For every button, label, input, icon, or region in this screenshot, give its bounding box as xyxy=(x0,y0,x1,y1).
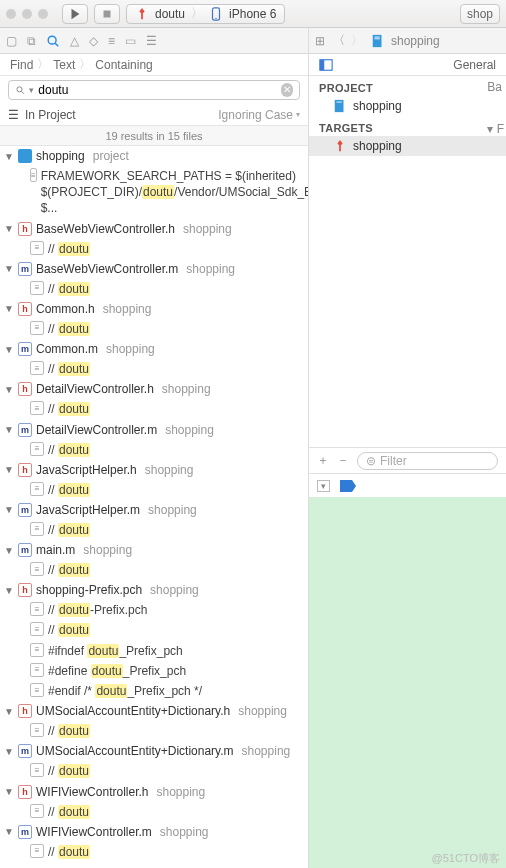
close-dot[interactable] xyxy=(6,9,16,19)
result-project: shopping xyxy=(156,785,205,799)
clear-search-icon[interactable]: ✕ xyxy=(281,83,293,97)
project-file-icon xyxy=(371,34,385,48)
svg-rect-11 xyxy=(375,36,380,37)
result-line[interactable]: ≡// doutu xyxy=(0,319,308,339)
disclosure-triangle-icon[interactable]: ▼ xyxy=(4,826,14,837)
result-text: // doutu xyxy=(48,562,302,578)
scope-list-icon[interactable]: ☰ xyxy=(8,108,19,122)
disclosure-triangle-icon[interactable]: ▼ xyxy=(4,545,14,556)
nav-symbol-icon[interactable]: ⧉ xyxy=(27,34,36,48)
disclosure-triangle-icon[interactable]: ▼ xyxy=(4,786,14,797)
result-line[interactable]: ≡FRAMEWORK_SEARCH_PATHS = $(inherited) $… xyxy=(0,166,308,219)
disclosure-triangle-icon[interactable]: ▼ xyxy=(4,585,14,596)
result-group[interactable]: ▼mCommon.mshopping xyxy=(0,339,308,359)
result-line[interactable]: ≡// doutu xyxy=(0,480,308,500)
result-line[interactable]: ≡// doutu xyxy=(0,279,308,299)
disclosure-triangle-icon[interactable]: ▼ xyxy=(4,464,14,475)
sidebar-toggle-icon[interactable] xyxy=(319,58,333,72)
disclosure-triangle-icon[interactable]: ▼ xyxy=(4,424,14,435)
result-line[interactable]: ≡// doutu xyxy=(0,520,308,540)
match-case-menu[interactable]: Ignoring Case ▾ xyxy=(218,108,300,122)
result-line[interactable]: ≡// doutu xyxy=(0,560,308,580)
result-group[interactable]: ▼mmain.mshopping xyxy=(0,540,308,560)
disclosure-triangle-icon[interactable]: ▼ xyxy=(4,384,14,395)
results-tree[interactable]: ▼shoppingproject≡FRAMEWORK_SEARCH_PATHS … xyxy=(0,146,308,868)
snippet-icon: ≡ xyxy=(30,622,44,636)
result-text: // doutu xyxy=(48,522,302,538)
zoom-dot[interactable] xyxy=(38,9,48,19)
stop-button[interactable] xyxy=(94,4,120,24)
nav-breakpoint-icon[interactable]: ▭ xyxy=(125,34,136,48)
jump-root[interactable]: shopping xyxy=(391,34,440,48)
targets-filter[interactable]: ⊜ Filter xyxy=(357,452,498,470)
related-items-icon[interactable]: ⊞ xyxy=(315,34,325,48)
nav-project-icon[interactable]: ▢ xyxy=(6,34,17,48)
disclosure-triangle-icon[interactable]: ▼ xyxy=(4,223,14,234)
remove-target-button[interactable]: － xyxy=(337,452,349,469)
result-group[interactable]: ▼hWIFIViewController.hshopping xyxy=(0,782,308,802)
forward-button[interactable]: 〉 xyxy=(351,32,363,49)
result-line[interactable]: ≡// doutu xyxy=(0,842,308,862)
result-line[interactable]: ≡// doutu xyxy=(0,802,308,822)
target-row[interactable]: shopping xyxy=(309,136,506,156)
result-text: // doutu xyxy=(48,622,302,638)
add-target-button[interactable]: ＋ xyxy=(317,452,329,469)
run-button[interactable] xyxy=(62,4,88,24)
result-group[interactable]: ▼hshopping-Prefix.pchshopping xyxy=(0,580,308,600)
nav-search-icon[interactable] xyxy=(46,34,60,48)
project-row[interactable]: shopping xyxy=(309,96,506,116)
disclosure-triangle-icon[interactable]: ▼ xyxy=(4,263,14,274)
result-group[interactable]: ▼hDetailViewController.hshopping xyxy=(0,379,308,399)
breakpoint-toggle-icon[interactable] xyxy=(340,480,356,492)
result-group[interactable]: ▼mWIFIViewController.mshopping xyxy=(0,822,308,842)
result-line[interactable]: ≡// doutu xyxy=(0,359,308,379)
result-text: // doutu-Prefix.pch xyxy=(48,602,302,618)
console-area[interactable] xyxy=(309,497,506,868)
disclosure-triangle-icon[interactable]: ▼ xyxy=(4,303,14,314)
back-button[interactable]: 〈 xyxy=(333,32,345,49)
scope-label[interactable]: In Project xyxy=(25,108,76,122)
result-line[interactable]: ≡// doutu xyxy=(0,761,308,781)
nav-test-icon[interactable]: ◇ xyxy=(89,34,98,48)
dropdown-caret-icon[interactable]: ▾ xyxy=(29,85,34,95)
nav-report-icon[interactable]: ☰ xyxy=(146,34,157,48)
result-line[interactable]: ≡// doutu xyxy=(0,721,308,741)
debug-toggle-icon[interactable]: ▾ xyxy=(317,480,330,492)
result-line[interactable]: ≡#endif /* doutu_Prefix_pch */ xyxy=(0,681,308,701)
result-group[interactable]: ▼mUMSocialAccountEntity+Dictionary.mshop… xyxy=(0,741,308,761)
result-line[interactable]: ≡// doutu xyxy=(0,239,308,259)
result-line[interactable]: ≡// doutu xyxy=(0,399,308,419)
result-line[interactable]: ≡#ifndef doutu_Prefix_pch xyxy=(0,641,308,661)
result-line[interactable]: ≡#define doutu_Prefix_pch xyxy=(0,661,308,681)
nav-issue-icon[interactable]: △ xyxy=(70,34,79,48)
result-group[interactable]: ▼mJavaScriptHelper.mshopping xyxy=(0,500,308,520)
disclosure-triangle-icon[interactable]: ▼ xyxy=(4,504,14,515)
detail-collapse-icon[interactable]: ▾ F xyxy=(487,122,504,136)
tab-general[interactable]: General xyxy=(453,58,496,72)
result-group[interactable]: ▼mDetailViewController.mshopping xyxy=(0,420,308,440)
disclosure-triangle-icon[interactable]: ▼ xyxy=(4,706,14,717)
result-group[interactable]: ▼mBaseWebViewController.mshopping xyxy=(0,259,308,279)
result-line[interactable]: ≡// doutu xyxy=(0,620,308,640)
result-group[interactable]: ▼hCommon.hshopping xyxy=(0,299,308,319)
result-project: shopping xyxy=(145,463,194,477)
disclosure-triangle-icon[interactable]: ▼ xyxy=(4,746,14,757)
disclosure-triangle-icon[interactable]: ▼ xyxy=(4,151,14,162)
svg-point-4 xyxy=(215,17,216,18)
result-group[interactable]: ▼hBaseWebViewController.hshopping xyxy=(0,219,308,239)
search-breadcrumb[interactable]: Find 〉 Text 〉 Containing xyxy=(0,54,308,76)
search-field[interactable]: ▾ ✕ xyxy=(8,80,300,100)
scheme-selector[interactable]: doutu 〉 iPhone 6 xyxy=(126,4,285,24)
disclosure-triangle-icon[interactable]: ▼ xyxy=(4,344,14,355)
filter-placeholder: Filter xyxy=(380,454,407,468)
nav-debug-icon[interactable]: ≡ xyxy=(108,34,115,48)
search-input[interactable] xyxy=(38,83,277,97)
minimize-dot[interactable] xyxy=(22,9,32,19)
result-line[interactable]: ≡// doutu xyxy=(0,440,308,460)
result-group[interactable]: ▼hJavaScriptHelper.hshopping xyxy=(0,460,308,480)
result-group[interactable]: ▼hUMSocialAccountEntity+Dictionary.hshop… xyxy=(0,701,308,721)
result-group[interactable]: ▼shoppingproject xyxy=(0,146,308,166)
result-line[interactable]: ≡// doutu-Prefix.pch xyxy=(0,600,308,620)
result-project: shopping xyxy=(242,744,291,758)
svg-rect-16 xyxy=(337,102,342,103)
